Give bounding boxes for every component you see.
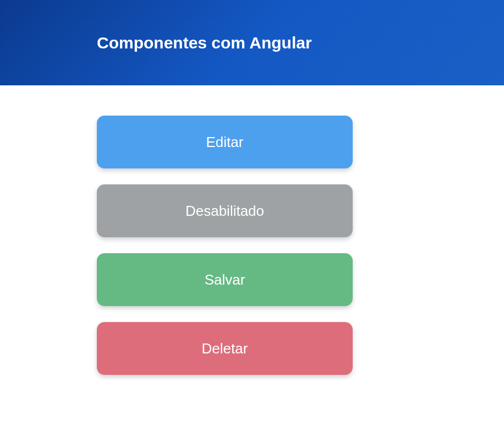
- edit-button[interactable]: Editar: [97, 116, 353, 168]
- header: Componentes com Angular: [0, 0, 504, 85]
- page-title: Componentes com Angular: [97, 34, 312, 52]
- save-button[interactable]: Salvar: [97, 253, 353, 306]
- content-area: Editar Desabilitado Salvar Deletar: [0, 85, 504, 375]
- delete-button[interactable]: Deletar: [97, 322, 353, 375]
- disabled-button: Desabilitado: [97, 184, 353, 237]
